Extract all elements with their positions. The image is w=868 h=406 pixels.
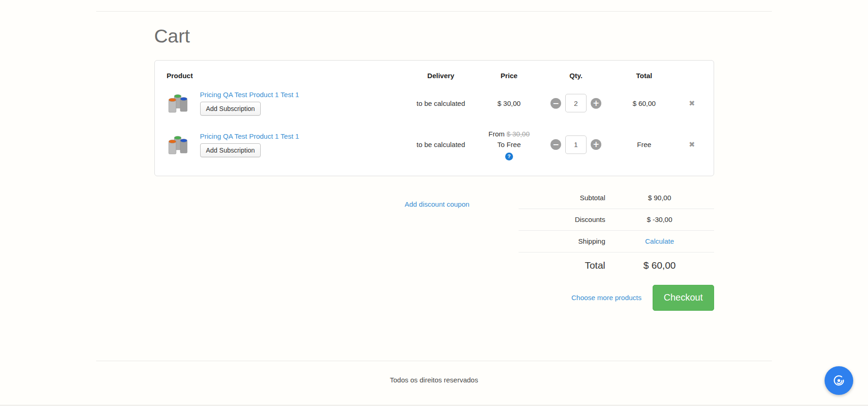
- subtotal-value: $ 90,00: [605, 194, 714, 202]
- cart-table: Product Delivery Price Qty. Total: [161, 65, 707, 167]
- discounts-value: $ -30,00: [605, 215, 714, 223]
- qty-input[interactable]: [565, 94, 587, 112]
- column-header-qty: Qty.: [540, 65, 611, 84]
- cart-summary: Subtotal $ 90,00 Discounts $ -30,00 Ship…: [519, 187, 714, 278]
- column-header-total: Total: [611, 65, 677, 84]
- footer-copyright: Todos os direitos reservados: [0, 376, 868, 384]
- summary-row-total: Total $ 60,00: [519, 252, 714, 278]
- choose-more-products-link[interactable]: Choose more products: [571, 294, 642, 301]
- shipping-label: Shipping: [519, 237, 605, 245]
- qty-input[interactable]: [565, 135, 587, 154]
- product-thumbnail[interactable]: [167, 91, 190, 115]
- quantity-stepper: − +: [550, 135, 601, 154]
- column-header-product: Product: [161, 65, 404, 84]
- column-header-delivery: Delivery: [404, 65, 477, 84]
- remove-item-icon[interactable]: ✖: [689, 141, 695, 148]
- increase-qty-button[interactable]: +: [591, 98, 601, 109]
- cart-table-card: Product Delivery Price Qty. Total: [154, 60, 714, 176]
- remove-item-icon[interactable]: ✖: [689, 99, 695, 107]
- summary-row-shipping: Shipping Calculate: [519, 231, 714, 252]
- product-thumbnail[interactable]: [167, 133, 190, 157]
- cart-table-header-row: Product Delivery Price Qty. Total: [161, 65, 707, 84]
- subtotal-label: Subtotal: [519, 194, 605, 202]
- summary-row-discounts: Discounts $ -30,00: [519, 209, 714, 231]
- column-header-price: Price: [477, 65, 540, 84]
- increase-qty-button[interactable]: +: [591, 139, 601, 150]
- add-discount-coupon-link[interactable]: Add discount coupon: [405, 200, 470, 208]
- item-total: $ 60,00: [611, 84, 677, 122]
- add-subscription-button[interactable]: Add Subscription: [200, 102, 261, 116]
- price-promotional: To Free: [477, 139, 540, 150]
- product-name-link[interactable]: Pricing QA Test Product 1 Test 1: [200, 132, 300, 140]
- item-total: Free: [611, 122, 677, 167]
- price-original: $ 30,00: [507, 130, 530, 138]
- total-value: $ 60,00: [605, 260, 714, 271]
- price-help-icon[interactable]: ?: [505, 153, 513, 160]
- page-title: Cart: [154, 25, 714, 47]
- product-name-link[interactable]: Pricing QA Test Product 1 Test 1: [200, 91, 300, 98]
- decrease-qty-button[interactable]: −: [550, 98, 561, 109]
- item-price: $ 30,00: [477, 84, 540, 122]
- quantity-stepper: − +: [550, 94, 601, 112]
- cart-item-row: Pricing QA Test Product 1 Test 1 Add Sub…: [161, 84, 707, 122]
- cart-item-row: Pricing QA Test Product 1 Test 1 Add Sub…: [161, 122, 707, 167]
- column-header-remove: [677, 65, 707, 84]
- decrease-qty-button[interactable]: −: [550, 139, 561, 150]
- add-subscription-button[interactable]: Add Subscription: [200, 143, 261, 157]
- price-from-label: From: [489, 130, 505, 138]
- header-divider: [96, 0, 772, 12]
- floating-widget-button[interactable]: [825, 366, 853, 395]
- total-label: Total: [519, 260, 605, 271]
- footer-divider: [96, 361, 772, 361]
- summary-row-subtotal: Subtotal $ 90,00: [519, 187, 714, 209]
- cart-page: Cart Product Delivery Price Qty. Total: [154, 25, 714, 311]
- discounts-label: Discounts: [519, 215, 605, 223]
- spiral-target-icon: [831, 373, 847, 388]
- delivery-status: to be calculated: [404, 122, 477, 167]
- promo-price: From $ 30,00 To Free ?: [477, 129, 540, 161]
- calculate-shipping-link[interactable]: Calculate: [645, 237, 674, 245]
- delivery-status: to be calculated: [404, 84, 477, 122]
- checkout-button[interactable]: Checkout: [653, 285, 714, 311]
